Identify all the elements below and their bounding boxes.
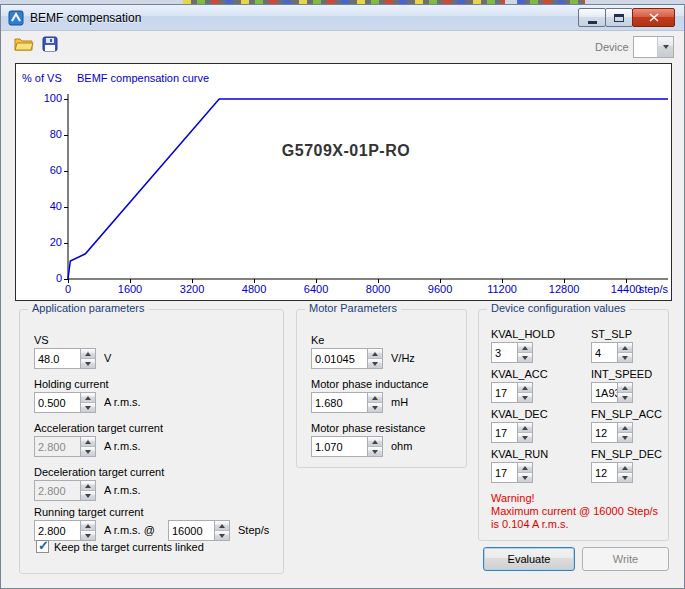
vs-spin-up-button[interactable] — [81, 349, 95, 359]
fn-slp-acc-spinner[interactable] — [591, 422, 633, 443]
kval-dec-spin-down-button[interactable] — [518, 433, 532, 442]
y-axis-label: % of VS — [22, 72, 62, 84]
deceleration-current-spin-down-button — [81, 491, 95, 500]
keep-linked-checkbox[interactable] — [36, 540, 49, 553]
y-tick-mark — [64, 135, 68, 136]
fn-slp-dec-spin-up-button[interactable] — [618, 463, 632, 473]
running-current-label: Running target current — [34, 506, 143, 518]
fn-slp-dec-input[interactable] — [592, 463, 617, 482]
write-button[interactable]: Write — [582, 547, 669, 571]
group-title: Application parameters — [28, 302, 149, 314]
holding-current-spin-down-button[interactable] — [81, 403, 95, 412]
int-speed-spin-down-button[interactable] — [618, 393, 632, 402]
up-arrow-icon — [372, 396, 378, 400]
kval-hold-spin-down-button[interactable] — [518, 353, 532, 362]
kval-hold-label: KVAL_HOLD — [491, 328, 555, 340]
ke-spin-down-button[interactable] — [368, 359, 382, 368]
kval-dec-input[interactable] — [492, 423, 517, 442]
save-file-icon[interactable] — [42, 36, 58, 56]
fn-slp-acc-spin-down-button[interactable] — [618, 433, 632, 442]
st-slp-spin-up-button[interactable] — [618, 343, 632, 353]
running-speed-spin-down-button[interactable] — [215, 531, 229, 540]
chevron-down-icon[interactable] — [657, 37, 673, 57]
phase-resistance-label: Motor phase resistance — [311, 422, 425, 434]
kval-hold-spin-up-button[interactable] — [518, 343, 532, 353]
y-tick-label: 80 — [16, 128, 62, 140]
fn-slp-dec-spin-down-button[interactable] — [618, 473, 632, 482]
toolbar: Device — [1, 32, 684, 62]
down-arrow-icon — [522, 356, 528, 360]
int-speed-input[interactable] — [592, 383, 617, 402]
group-title: Device configuration values — [487, 302, 630, 314]
vs-spin-down-button[interactable] — [81, 359, 95, 368]
fn-slp-dec-spinner[interactable] — [591, 462, 633, 483]
int-speed-label: INT_SPEED — [591, 368, 652, 380]
acceleration-current-input — [35, 437, 80, 456]
holding-current-spinner[interactable] — [34, 392, 96, 413]
phase-resistance-spin-up-button[interactable] — [368, 437, 382, 447]
int-speed-spin-up-button[interactable] — [618, 383, 632, 393]
kval-acc-spin-up-button[interactable] — [518, 383, 532, 393]
vs-spinner[interactable] — [34, 348, 96, 369]
down-arrow-icon — [372, 406, 378, 410]
kval-hold-input[interactable] — [492, 343, 517, 362]
kval-dec-spinner[interactable] — [491, 422, 533, 443]
kval-run-spinner[interactable] — [491, 462, 533, 483]
holding-current-spin-up-button[interactable] — [81, 393, 95, 403]
acceleration-current-spinner — [34, 436, 96, 457]
fn-slp-acc-spin-buttons — [617, 423, 632, 442]
y-tick-mark — [64, 279, 68, 280]
kval-hold-spinner[interactable] — [491, 342, 533, 363]
up-arrow-icon — [372, 440, 378, 444]
running-speed-spinner[interactable] — [168, 520, 230, 541]
running-speed-input[interactable] — [169, 521, 214, 540]
ke-input[interactable] — [312, 349, 367, 368]
fn-slp-acc-spin-up-button[interactable] — [618, 423, 632, 433]
close-button[interactable] — [632, 8, 675, 27]
int-speed-spinner[interactable] — [591, 382, 633, 403]
running-speed-spin-up-button[interactable] — [215, 521, 229, 531]
deceleration-current-input — [35, 481, 80, 500]
title-bar[interactable]: BEMF compensation — [1, 5, 684, 31]
kval-acc-spin-down-button[interactable] — [518, 393, 532, 402]
holding-current-input[interactable] — [35, 393, 80, 412]
st-slp-spin-down-button[interactable] — [618, 353, 632, 362]
st-slp-spinner[interactable] — [591, 342, 633, 363]
st-slp-input[interactable] — [592, 343, 617, 362]
ke-spinner[interactable] — [311, 348, 383, 369]
phase-inductance-spinner[interactable] — [311, 392, 383, 413]
y-tick-label: 40 — [16, 200, 62, 212]
acceleration-current-unit: A r.m.s. — [104, 440, 141, 452]
phase-resistance-input[interactable] — [312, 437, 367, 456]
fn-slp-dec-label: FN_SLP_DEC — [591, 448, 662, 460]
running-current-spin-up-button[interactable] — [81, 521, 95, 531]
phase-inductance-spin-buttons — [367, 393, 382, 412]
phase-inductance-input[interactable] — [312, 393, 367, 412]
down-arrow-icon — [85, 362, 91, 366]
kval-run-input[interactable] — [492, 463, 517, 482]
up-arrow-icon — [85, 484, 91, 488]
fn-slp-acc-input[interactable] — [592, 423, 617, 442]
kval-run-spin-up-button[interactable] — [518, 463, 532, 473]
down-arrow-icon — [372, 450, 378, 454]
kval-acc-spinner[interactable] — [491, 382, 533, 403]
ke-spin-up-button[interactable] — [368, 349, 382, 359]
vs-input[interactable] — [35, 349, 80, 368]
phase-resistance-spinner[interactable] — [311, 436, 383, 457]
open-file-icon[interactable] — [14, 36, 34, 55]
phase-inductance-spin-up-button[interactable] — [368, 393, 382, 403]
running-speed-unit: Step/s — [238, 524, 269, 536]
vs-unit: V — [104, 352, 111, 364]
acceleration-current-label: Acceleration target current — [34, 422, 163, 434]
kval-acc-input[interactable] — [492, 383, 517, 402]
kval-run-spin-down-button[interactable] — [518, 473, 532, 482]
evaluate-button[interactable]: Evaluate — [483, 547, 575, 571]
device-combobox[interactable] — [633, 36, 674, 58]
phase-resistance-spin-down-button[interactable] — [368, 447, 382, 456]
window-controls — [579, 8, 675, 27]
minimize-button[interactable] — [578, 8, 606, 27]
running-current-spin-down-button[interactable] — [81, 531, 95, 540]
kval-dec-spin-up-button[interactable] — [518, 423, 532, 433]
maximize-button[interactable] — [605, 8, 633, 27]
phase-inductance-spin-down-button[interactable] — [368, 403, 382, 412]
